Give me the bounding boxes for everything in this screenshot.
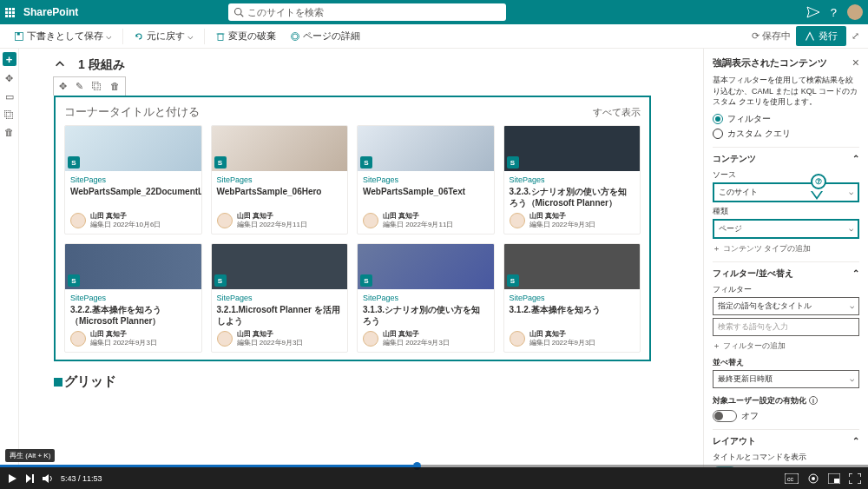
section-title: 1 段組み <box>78 57 125 73</box>
site-badge-icon: S <box>68 156 80 169</box>
site-badge-icon: S <box>507 274 519 287</box>
content-card[interactable]: S SitePages 3.2.2.基本操作を知ろう（Microsoft Pla… <box>64 243 202 353</box>
suite-bar: SharePoint このサイトを検索 ? <box>0 0 868 24</box>
collapse-icon[interactable] <box>54 58 66 73</box>
content-card[interactable]: S SitePages WebPartsSample_06Hero 山田 真知子… <box>211 125 349 235</box>
card-breadcrumb: SitePages <box>510 175 635 184</box>
type-label: 種類 <box>713 206 859 217</box>
filter-text-input[interactable]: 検索する語句を入力 <box>713 318 859 336</box>
panel-title: 強調表示されたコンテンツ <box>713 56 827 69</box>
site-badge-icon: S <box>507 156 519 169</box>
svg-rect-26 <box>834 479 839 483</box>
edit-date: 編集日 2022年9月11日 <box>383 221 453 229</box>
undo-button[interactable]: 元に戻す⌵ <box>128 28 199 44</box>
publish-button[interactable]: 発行 <box>796 26 846 46</box>
edit-date: 編集日 2022年9月3日 <box>529 221 596 229</box>
author-name: 山田 真知子 <box>383 212 453 221</box>
user-avatar[interactable] <box>847 4 863 20</box>
card-title: 3.2.1.Microsoft Planner を活用しよう <box>217 304 343 327</box>
expand-icon[interactable]: ⤢ <box>852 30 859 42</box>
see-all-link[interactable]: すべて表示 <box>593 106 641 119</box>
content-card[interactable]: S SitePages WebPartsSample_22DocumentLib… <box>64 125 202 235</box>
edit-date: 編集日 2022年9月3日 <box>237 339 304 347</box>
duplicate-icon[interactable]: ⿻ <box>4 109 14 120</box>
add-filter-link[interactable]: ＋ フィルターの追加 <box>713 340 859 352</box>
author-name: 山田 真知子 <box>237 212 307 221</box>
content-card[interactable]: S SitePages 3.1.2.基本操作を知ろう 山田 真知子編集日 202… <box>503 243 641 353</box>
card-thumbnail: S <box>212 244 348 289</box>
webpart-toolbar: ✥ ✎ ⿻ 🗑 <box>53 76 126 96</box>
add-section-button[interactable]: + <box>3 52 16 66</box>
app-launcher-icon[interactable] <box>5 8 15 17</box>
card-thumbnail: S <box>504 244 641 289</box>
pip-button[interactable] <box>828 473 840 484</box>
move-handle-icon[interactable]: ✥ <box>57 79 69 94</box>
type-dropdown[interactable]: ページ⌵ <box>713 219 859 239</box>
author-name: 山田 真知子 <box>383 330 450 339</box>
discard-button[interactable]: 変更の破棄 <box>210 28 281 44</box>
author-name: 山田 真知子 <box>90 212 161 221</box>
time-display: 5:43 / 11:53 <box>61 474 102 483</box>
add-content-type-link[interactable]: ＋ コンテンツ タイプの追加 <box>713 243 859 254</box>
filter-sort-header[interactable]: フィルター/並べ替え⌃ <box>713 268 859 280</box>
content-card[interactable]: S SitePages 3.2.1.Microsoft Planner を活用し… <box>211 243 349 353</box>
author-name: 山田 真知子 <box>237 330 304 339</box>
author-avatar <box>510 213 525 228</box>
sort-dropdown[interactable]: 最終更新日時順⌵ <box>713 370 859 388</box>
brand: SharePoint <box>23 6 78 18</box>
help-icon[interactable]: ? <box>831 6 837 19</box>
filter-dropdown[interactable]: 指定の語句を含むタイトル⌵ <box>713 297 859 315</box>
highlighted-content-webpart[interactable]: コーナータイトルと付ける すべて表示 S SitePages WebPartsS… <box>54 96 651 361</box>
saving-status: ⟳ 保存中 <box>752 30 791 43</box>
next-button[interactable] <box>24 473 35 484</box>
webpart-title[interactable]: コーナータイトルと付ける <box>64 104 200 120</box>
author-avatar <box>510 331 525 347</box>
author-avatar <box>217 331 233 347</box>
move-icon[interactable]: ✥ <box>5 73 13 84</box>
author-avatar <box>70 331 86 347</box>
radio-custom-query[interactable]: カスタム クエリ <box>713 128 859 140</box>
delete-icon[interactable]: 🗑 <box>4 127 14 137</box>
save-draft-button[interactable]: 下書きとして保存⌵ <box>9 28 117 44</box>
card-title: 3.1.3.シナリオ別の使い方を知ろう <box>363 304 489 327</box>
search-input[interactable]: このサイトを検索 <box>228 3 506 21</box>
content-card[interactable]: S SitePages 3.1.3.シナリオ別の使い方を知ろう 山田 真知子編集… <box>357 243 495 353</box>
audience-label: 対象ユーザー設定の有効化i <box>713 395 859 406</box>
card-thumbnail: S <box>358 244 494 289</box>
radio-filter[interactable]: フィルター <box>713 113 859 125</box>
content-card[interactable]: S SitePages WebPartsSample_06Text 山田 真知子… <box>357 125 495 235</box>
layout-section-header[interactable]: レイアウト⌃ <box>713 435 859 447</box>
site-badge-icon: S <box>68 274 80 287</box>
edit-date: 編集日 2022年9月3日 <box>529 339 596 347</box>
svg-point-7 <box>293 34 298 39</box>
fullscreen-button[interactable] <box>849 473 861 484</box>
cc-button[interactable]: cc <box>785 473 799 484</box>
send-icon[interactable] <box>806 6 820 18</box>
settings-button[interactable] <box>807 472 819 485</box>
delete-wp-icon[interactable]: 🗑 <box>108 79 122 94</box>
site-badge-icon: S <box>360 274 372 287</box>
author-name: 山田 真知子 <box>529 330 596 339</box>
card-breadcrumb: SitePages <box>217 294 343 302</box>
edit-icon[interactable]: ✎ <box>74 79 85 94</box>
content-section-header[interactable]: コンテンツ⌃ <box>713 153 859 165</box>
card-thumbnail: S <box>358 126 494 171</box>
author-avatar <box>363 213 378 228</box>
layout-icon[interactable]: ▭ <box>5 91 14 102</box>
source-label: ソース <box>713 169 859 181</box>
close-panel-button[interactable]: × <box>852 56 859 69</box>
search-placeholder: このサイトを検索 <box>247 6 324 19</box>
card-thumbnail: S <box>65 126 201 171</box>
page-details-button[interactable]: ページの詳細 <box>285 28 365 44</box>
audience-toggle[interactable]: オフ <box>713 410 859 422</box>
copy-icon[interactable]: ⿻ <box>90 79 103 94</box>
play-button[interactable] <box>7 473 17 484</box>
card-title: WebPartsSample_06Hero <box>217 186 343 207</box>
svg-rect-20 <box>32 474 34 483</box>
volume-button[interactable] <box>42 473 54 484</box>
canvas: 1 段組み ✥ ✎ ⿻ 🗑 コーナータイトルと付ける すべて表示 S SiteP… <box>19 49 703 467</box>
content-card[interactable]: S SitePages 3.2.3.シナリオ別の使い方を知ろう（Microsof… <box>503 125 641 235</box>
source-dropdown[interactable]: このサイト⌵ <box>713 182 859 202</box>
title-cmd-label: タイトルとコマンドを表示 <box>713 452 859 463</box>
card-breadcrumb: SitePages <box>70 294 196 302</box>
